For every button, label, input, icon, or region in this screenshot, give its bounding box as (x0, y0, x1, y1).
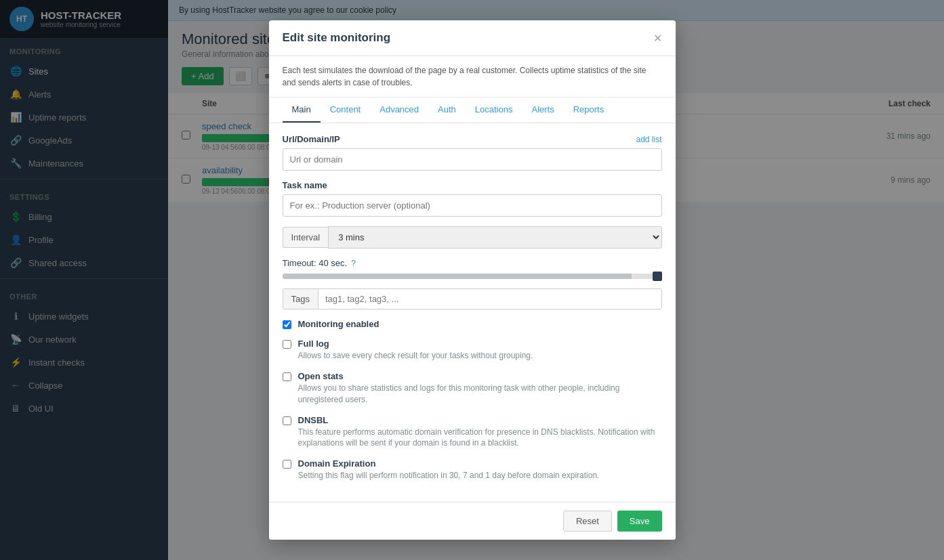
checkbox-domain-expiration: Domain Expiration Setting this flag will… (283, 458, 662, 481)
domain-expiration-desc: Setting this flag will perform notificat… (298, 470, 600, 481)
modal-body: Url/Domain/IP add list Task name Interva… (269, 123, 676, 502)
modal-overlay[interactable]: Edit site monitoring × Each test simulat… (0, 0, 944, 560)
tab-auth[interactable]: Auth (428, 98, 466, 123)
full-log-label[interactable]: Full log (298, 339, 533, 349)
tags-row: Tags (283, 288, 662, 309)
slider-track (283, 274, 662, 279)
tags-input[interactable] (319, 289, 661, 309)
task-name-input[interactable] (283, 194, 662, 217)
checkbox-monitoring-enabled: Monitoring enabled (283, 319, 662, 329)
checkbox-full-log: Full log Allows to save every check resu… (283, 339, 662, 362)
tab-reports[interactable]: Reports (564, 98, 614, 123)
timeout-label: Timeout: 40 sec. (283, 258, 348, 268)
slider-thumb[interactable] (653, 272, 662, 281)
tab-advanced[interactable]: Advanced (370, 98, 428, 123)
modal-close-button[interactable]: × (654, 31, 662, 45)
timeout-help[interactable]: ? (351, 259, 356, 268)
modal-description: Each test simulates the download of the … (269, 56, 676, 98)
tab-locations[interactable]: Locations (466, 98, 522, 123)
open-stats-label[interactable]: Open stats (298, 371, 662, 381)
monitoring-enabled-label[interactable]: Monitoring enabled (298, 319, 379, 329)
url-label: Url/Domain/IP add list (283, 134, 662, 144)
tab-main[interactable]: Main (283, 98, 321, 123)
tab-content[interactable]: Content (321, 98, 371, 123)
tags-label: Tags (283, 289, 319, 309)
modal-header: Edit site monitoring × (269, 20, 676, 56)
domain-expiration-checkbox[interactable] (283, 460, 291, 469)
open-stats-desc: Allows you to share statistics and logs … (298, 383, 662, 406)
task-name-label: Task name (283, 180, 662, 190)
monitoring-enabled-checkbox[interactable] (283, 320, 291, 329)
checkbox-dnsbl: DNSBL This feature performs automatic do… (283, 415, 662, 450)
dnsbl-label[interactable]: DNSBL (298, 415, 662, 425)
url-input[interactable] (283, 148, 662, 171)
full-log-desc: Allows to save every check result for yo… (298, 350, 533, 362)
modal-title: Edit site monitoring (283, 31, 391, 45)
dnsbl-checkbox[interactable] (283, 416, 291, 425)
checkbox-open-stats: Open stats Allows you to share statistic… (283, 371, 662, 406)
add-list-link[interactable]: add list (636, 135, 661, 144)
timeout-row: Timeout: 40 sec. ? (283, 258, 662, 268)
full-log-checkbox[interactable] (283, 340, 291, 349)
timeout-slider[interactable] (283, 274, 662, 279)
tab-alerts[interactable]: Alerts (522, 98, 563, 123)
dnsbl-desc: This feature performs automatic domain v… (298, 427, 662, 450)
reset-button[interactable]: Reset (563, 511, 612, 532)
edit-site-modal: Edit site monitoring × Each test simulat… (269, 20, 676, 540)
domain-expiration-label[interactable]: Domain Expiration (298, 458, 600, 469)
interval-label: Interval (283, 227, 329, 248)
interval-select[interactable]: 3 mins 1 min 5 mins 10 mins 15 mins 30 m… (328, 226, 661, 249)
modal-tabs: Main Content Advanced Auth Locations Ale… (269, 98, 676, 123)
modal-footer: Reset Save (269, 502, 676, 540)
slider-fill (283, 274, 632, 279)
open-stats-checkbox[interactable] (283, 372, 291, 381)
save-button[interactable]: Save (617, 511, 662, 532)
interval-row: Interval 3 mins 1 min 5 mins 10 mins 15 … (283, 226, 662, 249)
